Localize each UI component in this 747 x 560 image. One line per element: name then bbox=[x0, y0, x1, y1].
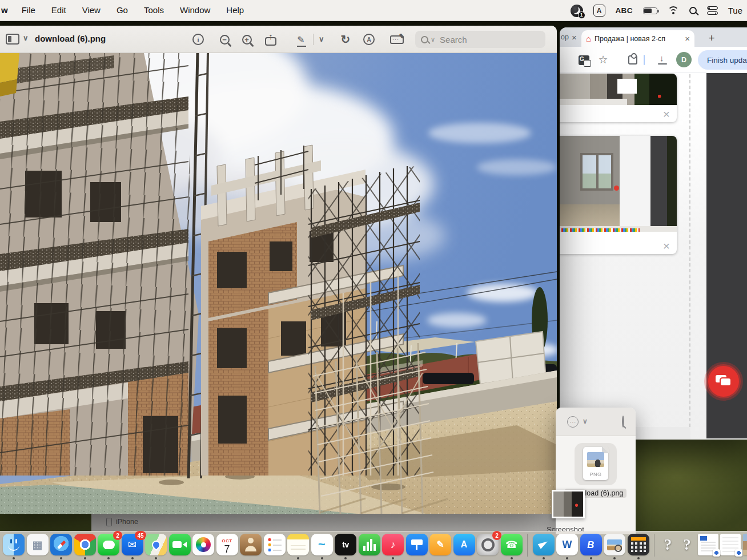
zoom-out-button[interactable]: − bbox=[215, 31, 234, 47]
running-indicator bbox=[637, 557, 640, 559]
dock-photos-icon[interactable] bbox=[192, 534, 214, 555]
input-source-label[interactable]: ABC bbox=[616, 6, 633, 15]
dock-missing-2[interactable]: ? bbox=[678, 534, 696, 555]
dock-appstore-icon[interactable]: A bbox=[453, 534, 475, 555]
extensions-puzzle-icon[interactable] bbox=[625, 52, 641, 68]
dock-min-doc-1[interactable] bbox=[698, 534, 718, 555]
dock-tv-icon[interactable]: tv bbox=[335, 534, 356, 555]
rotate-button[interactable]: ↻ bbox=[336, 31, 355, 47]
battery-icon[interactable] bbox=[643, 7, 657, 14]
dock-badge: 2 bbox=[113, 531, 122, 540]
menu-tools[interactable]: Tools bbox=[136, 0, 172, 21]
control-center-icon[interactable] bbox=[707, 6, 718, 15]
share-button[interactable]: ↑ bbox=[261, 31, 280, 47]
tab-close-icon[interactable]: × bbox=[572, 33, 577, 42]
running-indicator bbox=[60, 557, 62, 559]
active-tab-close-icon[interactable]: × bbox=[685, 34, 690, 43]
selected-file-icon[interactable]: PNG bbox=[575, 443, 617, 485]
dock-notes-icon[interactable] bbox=[287, 534, 309, 555]
file-type-badge: PNG bbox=[583, 472, 608, 477]
dock-chrome-icon[interactable] bbox=[74, 534, 96, 555]
dock-telegram-icon[interactable] bbox=[533, 534, 555, 555]
notification-badge: 1 bbox=[578, 11, 585, 19]
dock-calendar[interactable]: OCT7 bbox=[216, 534, 238, 555]
notification-app-icon[interactable]: 1 bbox=[571, 5, 583, 17]
menu-window[interactable]: Window bbox=[172, 0, 218, 21]
dock-calculator-icon[interactable] bbox=[628, 534, 649, 555]
upload-card[interactable]: × bbox=[560, 136, 677, 254]
background-tab[interactable]: op × bbox=[560, 27, 580, 47]
search-field[interactable]: ∨ Search bbox=[415, 31, 545, 48]
dock-divider bbox=[527, 534, 528, 557]
annotate-button[interactable]: A bbox=[359, 31, 379, 47]
sidebar-item-iphone[interactable]: iPhone bbox=[116, 518, 138, 526]
screen: iPhone op × ⌂ Продажа | новая 2-сп × + ☆… bbox=[0, 0, 747, 560]
sidebar-toggle-icon[interactable] bbox=[6, 34, 19, 45]
spotlight-search-icon[interactable] bbox=[689, 7, 697, 14]
wifi-icon[interactable] bbox=[668, 6, 679, 15]
dock-whatsapp-icon[interactable]: ☎ bbox=[501, 534, 523, 555]
preview-titlebar[interactable]: ∨ download (6).png i − + ↑ ✎ ∨ ↻ A ···✎ bbox=[0, 26, 557, 53]
finish-update-button[interactable]: Finish updat bbox=[698, 50, 747, 70]
dock-facetime-icon[interactable] bbox=[169, 534, 191, 555]
menu-view[interactable]: View bbox=[74, 0, 109, 21]
dock-freeform-icon[interactable]: ~ bbox=[311, 534, 333, 555]
dock-mail-icon[interactable]: ✉45 bbox=[122, 534, 143, 555]
markup-pen-button[interactable]: ✎ bbox=[291, 31, 311, 47]
dock-min-photo[interactable] bbox=[743, 534, 747, 555]
new-tab-button[interactable]: + bbox=[704, 30, 720, 46]
zoom-in-button[interactable]: + bbox=[237, 31, 256, 47]
search-icon[interactable] bbox=[622, 417, 624, 427]
dock-badge: 2 bbox=[492, 531, 501, 540]
dock-safari-icon[interactable] bbox=[50, 534, 72, 555]
chevron-down-icon[interactable]: ∨ bbox=[23, 34, 29, 42]
translate-icon[interactable] bbox=[576, 52, 592, 68]
dock-messages-icon[interactable]: 2 bbox=[98, 534, 119, 555]
dock-missing-1[interactable]: ? bbox=[660, 534, 677, 555]
running-indicator bbox=[613, 557, 616, 559]
info-button[interactable]: i bbox=[188, 31, 208, 47]
background-tab-label: op bbox=[561, 33, 569, 41]
menu-help[interactable]: Help bbox=[218, 0, 252, 21]
remove-upload-icon[interactable]: × bbox=[663, 240, 670, 252]
running-indicator bbox=[590, 557, 592, 559]
screenshot-file-thumbnail[interactable] bbox=[552, 490, 585, 518]
dock: ▦2✉45OCT7~tv♪✎A2☎WB?? bbox=[0, 531, 747, 560]
profile-avatar[interactable]: D bbox=[676, 52, 692, 67]
dock-min-doc-2[interactable] bbox=[720, 534, 741, 555]
dock-maps-icon[interactable] bbox=[145, 534, 167, 555]
markup-chevron-icon[interactable]: ∨ bbox=[319, 35, 324, 43]
dock-app-b-icon[interactable]: B bbox=[580, 534, 602, 555]
dock-reminders-icon[interactable] bbox=[264, 534, 286, 555]
dock-pages-icon[interactable]: ✎ bbox=[429, 534, 451, 555]
upload-card[interactable]: × bbox=[560, 74, 677, 122]
chevron-down-icon[interactable]: ∨ bbox=[583, 417, 588, 425]
app-menu-partial[interactable]: w bbox=[1, 0, 14, 21]
dock-finder-icon[interactable] bbox=[3, 534, 25, 555]
menu-go[interactable]: Go bbox=[109, 0, 136, 21]
dock-launchpad-icon[interactable]: ▦ bbox=[27, 534, 49, 555]
menu-edit[interactable]: Edit bbox=[43, 0, 74, 21]
input-source-icon[interactable]: A bbox=[593, 5, 605, 17]
dock-word-icon[interactable]: W bbox=[556, 534, 578, 555]
running-indicator bbox=[131, 557, 134, 559]
more-options-icon[interactable]: ⋯ bbox=[567, 416, 579, 428]
dock-music-icon[interactable]: ♪ bbox=[382, 534, 404, 555]
window-title: download (6).png bbox=[35, 34, 106, 43]
active-tab[interactable]: ⌂ Продажа | новая 2-сп × bbox=[581, 30, 694, 47]
bookmark-star-icon[interactable]: ☆ bbox=[595, 52, 611, 68]
dock-keynote-icon[interactable] bbox=[406, 534, 428, 555]
menu-file[interactable]: File bbox=[14, 0, 43, 21]
dock-numbers-icon[interactable] bbox=[359, 534, 380, 555]
dock-settings-icon[interactable]: 2 bbox=[477, 534, 499, 555]
remove-upload-icon[interactable]: × bbox=[663, 108, 670, 120]
chat-widget-button[interactable] bbox=[708, 366, 739, 397]
dock-divider bbox=[654, 534, 654, 557]
downloads-icon[interactable] bbox=[654, 52, 670, 68]
finder-toolbar: ⋯ ∨ bbox=[556, 408, 636, 436]
dock-contacts-icon[interactable] bbox=[240, 534, 262, 555]
iphone-icon bbox=[106, 518, 112, 526]
text-box-button[interactable]: ···✎ bbox=[387, 31, 407, 47]
menu-clock[interactable]: Tue bbox=[728, 6, 742, 15]
dock-preview-app-icon[interactable] bbox=[604, 534, 625, 555]
